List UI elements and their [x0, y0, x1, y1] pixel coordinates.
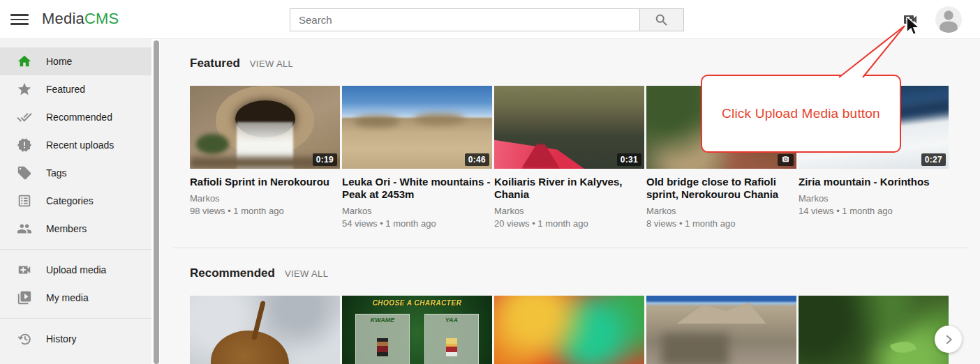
sidebar-item-label: My media — [46, 292, 89, 303]
video-library-icon — [17, 290, 32, 305]
sidebar-item-recommended[interactable]: Recommended — [0, 103, 151, 131]
chevron-right-icon — [942, 333, 955, 346]
media-title[interactable]: Leuka Ori - White mountains - Peak at 24… — [342, 176, 492, 201]
tag-icon — [17, 165, 32, 181]
photo-camera-icon — [781, 156, 790, 163]
sidebar-divider — [0, 249, 151, 250]
sidebar-item-categories[interactable]: Categories — [0, 187, 151, 215]
home-icon — [17, 54, 32, 69]
annotation-tooltip: Click Upload Media button — [701, 75, 901, 153]
media-author[interactable]: Markos — [342, 206, 492, 216]
recommended-row: CHOOSE A CHARACTER KWAME Selected YAA Se… — [190, 296, 949, 364]
media-thumbnail[interactable]: 0:19 — [190, 86, 340, 169]
sidebar-item-label: History — [46, 333, 77, 344]
media-author[interactable]: Markos — [646, 206, 796, 216]
star-icon — [17, 82, 32, 97]
sidebar-item-my-media[interactable]: My media — [0, 284, 151, 312]
media-thumbnail[interactable]: CHOOSE A CHARACTER KWAME Selected YAA Se… — [342, 296, 492, 364]
media-card[interactable]: CHOOSE A CHARACTER KWAME Selected YAA Se… — [342, 296, 492, 364]
sidebar-scrollbar-thumb[interactable] — [154, 40, 159, 364]
media-card[interactable]: 0:31 Koiliaris River in Kalyves, Chania … — [494, 86, 644, 229]
media-title[interactable]: Koiliaris River in Kalyves, Chania — [494, 176, 644, 201]
sidebar-item-featured[interactable]: Featured — [0, 75, 151, 103]
game-character-sprite — [446, 338, 457, 356]
annotation-text: Click Upload Media button — [722, 106, 880, 121]
search-icon — [654, 13, 669, 28]
list-alt-icon — [17, 193, 32, 208]
media-thumbnail[interactable]: 0:46 — [342, 86, 492, 169]
search-button[interactable] — [640, 8, 684, 31]
section-divider — [173, 248, 967, 248]
media-title[interactable]: Old bridge close to Rafioli sprint, Nero… — [646, 176, 796, 201]
game-character-name: KWAME — [356, 317, 408, 324]
video-call-icon — [901, 11, 919, 28]
duration-badge: 0:31 — [617, 153, 641, 166]
media-thumbnail[interactable] — [190, 296, 340, 364]
media-meta: 98 views • 1 month ago — [190, 206, 340, 216]
sidebar-item-label: Recommended — [46, 112, 112, 123]
sidebar-item-members[interactable]: Members — [0, 215, 151, 243]
sidebar-item-recent-uploads[interactable]: Recent uploads — [0, 131, 151, 159]
user-avatar[interactable] — [935, 6, 962, 33]
carousel-next-button[interactable] — [935, 326, 962, 353]
sidebar-item-home[interactable]: Home — [0, 47, 151, 75]
media-meta: 20 views • 1 month ago — [494, 218, 644, 229]
media-card[interactable]: 0:19 Rafioli Sprint in Nerokourou Markos… — [190, 86, 340, 229]
media-meta: 54 views • 1 month ago — [342, 218, 492, 229]
duration-badge: 0:19 — [313, 153, 337, 166]
game-character-name: YAA — [425, 317, 477, 324]
media-card[interactable] — [190, 296, 340, 364]
media-thumbnail[interactable]: 0:31 — [494, 86, 644, 169]
media-title[interactable]: Ziria mountain - Korinthos — [799, 176, 949, 188]
media-thumbnail[interactable] — [646, 296, 796, 364]
history-icon — [17, 331, 32, 347]
app-logo[interactable]: MediaCMS — [42, 10, 119, 28]
menu-icon[interactable] — [10, 11, 29, 28]
game-character-sprite — [377, 338, 388, 356]
image-type-badge — [778, 154, 794, 166]
duration-badge: 0:46 — [465, 153, 489, 166]
sidebar-item-label: Home — [46, 56, 72, 67]
sidebar-divider — [0, 318, 151, 319]
game-heading: CHOOSE A CHARACTER — [342, 299, 492, 307]
sidebar-item-label: Recent uploads — [46, 139, 114, 151]
media-card[interactable] — [646, 296, 796, 364]
media-thumbnail[interactable] — [494, 296, 644, 364]
upload-media-button[interactable] — [901, 11, 919, 28]
section-title-featured: Featured — [190, 56, 240, 70]
media-author[interactable]: Markos — [799, 193, 949, 204]
media-card[interactable] — [494, 296, 644, 364]
video-call-icon — [17, 262, 32, 278]
media-card[interactable] — [799, 296, 949, 364]
sidebar-item-upload-media[interactable]: Upload media — [0, 256, 151, 284]
top-bar: MediaCMS — [0, 0, 980, 39]
media-meta: 8 views • 1 month ago — [646, 218, 796, 229]
media-thumbnail[interactable] — [799, 296, 949, 364]
sidebar-item-label: Categories — [46, 195, 94, 206]
person-icon — [935, 6, 962, 33]
sidebar-item-history[interactable]: History — [0, 325, 151, 353]
done-all-icon — [17, 109, 32, 125]
media-title[interactable]: Rafioli Sprint in Nerokourou — [190, 176, 340, 188]
sidebar-item-label: Tags — [46, 167, 67, 179]
sidebar-item-label: Members — [46, 223, 87, 234]
sidebar-item-label: Upload media — [46, 264, 106, 275]
search-input[interactable] — [290, 8, 640, 31]
view-all-link[interactable]: VIEW ALL — [250, 59, 293, 69]
media-card[interactable]: 0:46 Leuka Ori - White mountains - Peak … — [342, 86, 492, 229]
media-meta: 14 views • 1 month ago — [799, 206, 949, 216]
sidebar: Home Featured Recommended Recent uploads… — [0, 39, 151, 364]
people-icon — [17, 221, 32, 236]
duration-badge: 0:27 — [921, 153, 946, 166]
sidebar-item-tags[interactable]: Tags — [0, 159, 151, 187]
sidebar-scrollbar-track[interactable] — [151, 39, 160, 364]
sidebar-item-label: Featured — [46, 84, 85, 95]
section-title-recommended: Recommended — [190, 266, 275, 280]
media-author[interactable]: Markos — [190, 193, 340, 204]
media-author[interactable]: Markos — [494, 206, 644, 216]
new-releases-icon — [17, 137, 32, 153]
view-all-link[interactable]: VIEW ALL — [285, 268, 328, 279]
